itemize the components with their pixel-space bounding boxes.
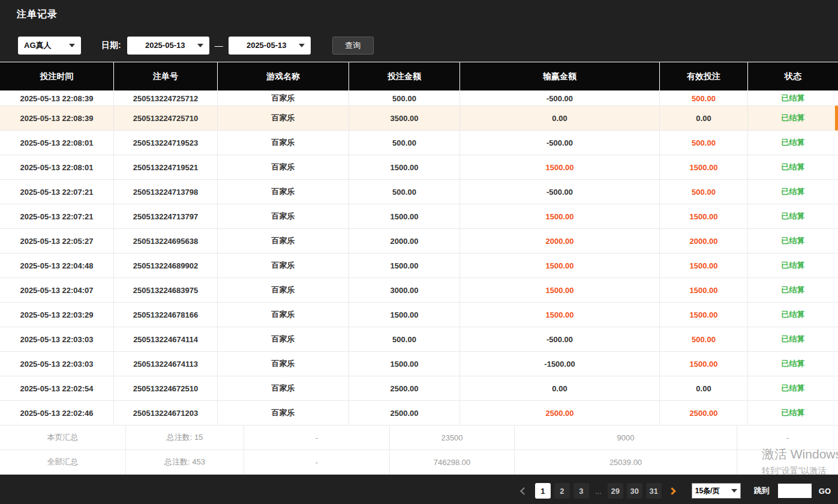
cell-bet-time: 2025-05-13 22:08:01: [0, 131, 114, 155]
table-row[interactable]: 2025-05-13 22:02:46 250513224671203 百家乐 …: [0, 401, 838, 425]
summary-label: 全部汇总: [0, 450, 126, 474]
table-row[interactable]: 2025-05-13 22:07:21 250513224713797 百家乐 …: [0, 204, 838, 229]
query-button[interactable]: 查询: [332, 37, 374, 55]
cell-game-name: 百家乐: [218, 401, 349, 425]
table-row[interactable]: 2025-05-13 22:03:29 250513224678166 百家乐 …: [0, 303, 838, 327]
cell-status: 已结算: [748, 401, 838, 425]
page-button-29[interactable]: 29: [608, 483, 623, 499]
summary-label: 本页汇总: [0, 425, 126, 449]
cell-valid-bet: 0.00: [660, 376, 748, 400]
bet-records-table: 投注时间注单号游戏名称投注金额输赢金额有效投注状态 2025-05-13 22:…: [0, 62, 838, 475]
cell-valid-bet: 500.00: [660, 131, 748, 155]
cell-valid-bet: 2500.00: [660, 401, 748, 425]
cell-order-no: 250513224695638: [114, 229, 218, 253]
table-row[interactable]: 2025-05-13 22:08:01 250513224719523 百家乐 …: [0, 131, 838, 155]
cell-game-name: 百家乐: [218, 352, 349, 376]
scrollbar-thumb[interactable]: [835, 105, 838, 131]
summary-last: [737, 450, 838, 474]
table-row[interactable]: 2025-05-13 22:08:01 250513224719521 百家乐 …: [0, 155, 838, 180]
summary-winloss-total: 9000: [515, 425, 737, 449]
table-body: 2025-05-13 22:08:39 250513224725712 百家乐 …: [0, 91, 838, 425]
summary-last: -: [737, 425, 838, 449]
cell-order-no: 250513224678166: [114, 303, 218, 327]
table-row[interactable]: 2025-05-13 22:02:54 250513224672510 百家乐 …: [0, 376, 838, 401]
cell-bet-amount: 2000.00: [349, 229, 460, 253]
cell-game-name: 百家乐: [218, 131, 349, 155]
cell-bet-time: 2025-05-13 22:04:48: [0, 253, 114, 277]
cell-bet-time: 2025-05-13 22:04:07: [0, 278, 114, 302]
cell-bet-amount: 1500.00: [349, 352, 460, 376]
title-bar: 注单记录: [0, 0, 838, 29]
cell-bet-amount: 2500.00: [349, 376, 460, 400]
page-size-select[interactable]: 15条/页: [692, 483, 741, 499]
cell-order-no: 250513224674114: [114, 327, 218, 351]
game-type-value: AG真人: [24, 40, 52, 51]
cell-valid-bet: 500.00: [660, 91, 748, 105]
cell-status: 已结算: [748, 106, 838, 130]
cell-status: 已结算: [748, 376, 838, 400]
cell-status: 已结算: [748, 180, 838, 204]
cell-valid-bet: 2000.00: [660, 229, 748, 253]
cell-status: 已结算: [748, 253, 838, 277]
table-row[interactable]: 2025-05-13 22:05:27 250513224695638 百家乐 …: [0, 229, 838, 253]
cell-game-name: 百家乐: [218, 204, 349, 228]
pagination-ellipsis: ...: [593, 487, 604, 496]
date-to-select[interactable]: 2025-05-13: [229, 37, 311, 55]
page-button-31[interactable]: 31: [646, 483, 662, 499]
cell-winloss-amount: 2000.00: [460, 229, 660, 253]
cell-valid-bet: 500.00: [660, 180, 748, 204]
date-from-select[interactable]: 2025-05-13: [127, 37, 209, 55]
column-header: 输赢金额: [460, 62, 660, 90]
chevron-down-icon: [69, 44, 75, 47]
bet-records-page: 注单记录 AG真人 日期: 2025-05-13 — 2025-05-13 查询…: [0, 0, 838, 504]
cell-bet-time: 2025-05-13 22:03:29: [0, 303, 114, 327]
cell-bet-amount: 500.00: [349, 131, 460, 155]
table-row[interactable]: 2025-05-13 22:04:07 250513224683975 百家乐 …: [0, 278, 838, 303]
date-to-value: 2025-05-13: [235, 41, 299, 50]
cell-bet-amount: 1500.00: [349, 303, 460, 327]
table-row[interactable]: 2025-05-13 22:08:39 250513224725712 百家乐 …: [0, 91, 838, 106]
table-row[interactable]: 2025-05-13 22:04:48 250513224689902 百家乐 …: [0, 253, 838, 278]
cell-game-name: 百家乐: [218, 327, 349, 351]
jump-page-input[interactable]: [778, 484, 812, 498]
cell-game-name: 百家乐: [218, 376, 349, 400]
summary-bet-total: 23500: [390, 425, 515, 449]
cell-status: 已结算: [748, 303, 838, 327]
cell-order-no: 250513224725710: [114, 106, 218, 130]
cell-status: 已结算: [748, 155, 838, 179]
cell-order-no: 250513224719521: [114, 155, 218, 179]
cell-game-name: 百家乐: [218, 180, 349, 204]
page-button-30[interactable]: 30: [627, 483, 642, 499]
cell-bet-amount: 500.00: [349, 91, 460, 105]
table-row[interactable]: 2025-05-13 22:03:03 250513224674114 百家乐 …: [0, 327, 838, 352]
page-button-2[interactable]: 2: [554, 483, 570, 499]
chevron-down-icon: [731, 489, 737, 493]
prev-page-button[interactable]: [517, 483, 531, 499]
cell-game-name: 百家乐: [218, 91, 349, 105]
date-range-separator: —: [215, 41, 223, 50]
cell-status: 已结算: [748, 131, 838, 155]
summary-section: 本页汇总 总注数: 15 - 23500 9000 - 全部汇总 总注数: 45…: [0, 425, 838, 475]
go-button[interactable]: GO: [819, 487, 831, 496]
summary-bet-total: 746298.00: [390, 450, 515, 474]
chevron-right-icon: [668, 487, 676, 495]
table-header-row: 投注时间注单号游戏名称投注金额输赢金额有效投注状态: [0, 62, 838, 91]
cell-order-no: 250513224674113: [114, 352, 218, 376]
cell-winloss-amount: 2500.00: [460, 401, 660, 425]
game-type-select[interactable]: AG真人: [18, 37, 81, 55]
page-button-3[interactable]: 3: [573, 483, 589, 499]
cell-order-no: 250513224683975: [114, 278, 218, 302]
cell-bet-time: 2025-05-13 22:05:27: [0, 229, 114, 253]
table-row[interactable]: 2025-05-13 22:07:21 250513224713798 百家乐 …: [0, 180, 838, 204]
pagination-bar: 123...293031 15条/页 跳到 GO: [0, 478, 838, 504]
cell-bet-amount: 1500.00: [349, 253, 460, 277]
page-button-1[interactable]: 1: [535, 483, 551, 499]
table-row[interactable]: 2025-05-13 22:08:39 250513224725710 百家乐 …: [0, 106, 838, 131]
column-header: 有效投注: [660, 62, 748, 90]
cell-order-no: 250513224689902: [114, 253, 218, 277]
cell-status: 已结算: [748, 204, 838, 228]
summary-row: 本页汇总 总注数: 15 - 23500 9000 -: [0, 425, 838, 450]
table-row[interactable]: 2025-05-13 22:03:03 250513224674113 百家乐 …: [0, 352, 838, 376]
cell-valid-bet: 0.00: [660, 106, 748, 130]
next-page-button[interactable]: [665, 483, 680, 499]
